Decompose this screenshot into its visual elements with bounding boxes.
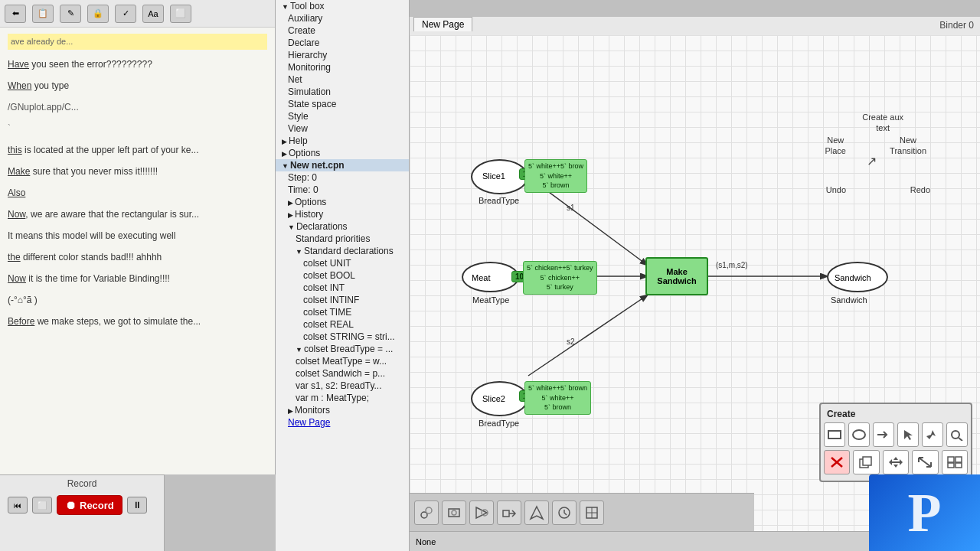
record-back-btn[interactable]: ⏮: [8, 497, 28, 514]
tree-item-create[interactable]: Create: [276, 24, 409, 37]
tree-item-monitoring[interactable]: Monitoring: [276, 61, 409, 73]
tree-item-statespace[interactable]: State space: [276, 98, 409, 110]
tree-item-time-col[interactable]: colset TIME: [276, 306, 409, 318]
tree-item-simulation[interactable]: Simulation: [276, 86, 409, 98]
toolbar-btn-3[interactable]: ✎: [60, 5, 81, 23]
logo-area: P: [869, 474, 980, 551]
record-square-btn[interactable]: ⬜: [32, 497, 52, 514]
bottom-icon-7[interactable]: [580, 500, 604, 525]
toolbar-btn-6[interactable]: Aa: [142, 5, 164, 23]
status-none: None: [416, 537, 436, 546]
tree-item-options[interactable]: ▶Options: [276, 147, 409, 159]
svg-rect-23: [956, 457, 962, 462]
toolbar-btn-7[interactable]: ⬜: [170, 5, 191, 23]
ct-ellipse-btn[interactable]: [848, 422, 870, 447]
cursor-arrow: ↗: [867, 154, 877, 168]
tree-item-stddeclarations[interactable]: ▼Standard declarations: [276, 245, 409, 257]
tree-item-breadtype[interactable]: ▼colset BreadType = ...: [276, 343, 409, 355]
tree-item-newnet[interactable]: ▼New net.cpn: [276, 159, 409, 171]
record-label: Record: [80, 500, 114, 511]
page-tab[interactable]: New Page: [413, 17, 472, 31]
ct-resize-btn[interactable]: [912, 450, 938, 474]
ct-arrow-right-btn[interactable]: [873, 422, 894, 447]
toolbar-btn-2[interactable]: 📋: [32, 5, 54, 23]
svg-line-17: [959, 438, 962, 441]
bottom-icon-6[interactable]: [552, 500, 577, 525]
toolbar-top: ⬅ 📋 ✎ 🔒 ✓ Aa ⬜: [0, 0, 275, 28]
tree-item-auxiliary[interactable]: Auxiliary: [276, 12, 409, 24]
note-3: When you type: [8, 79, 267, 93]
place-meat-label: Meat: [472, 273, 490, 282]
tree-item-time: Time: 0: [276, 184, 409, 196]
toolbar-btn-5[interactable]: ✓: [115, 5, 136, 23]
svg-line-2: [528, 295, 647, 376]
create-aux-text-btn[interactable]: Create auxtext: [862, 112, 903, 134]
tree-item-style[interactable]: Style: [276, 110, 409, 122]
bottom-icon-2[interactable]: [442, 500, 466, 525]
undo-btn[interactable]: Undo: [826, 185, 846, 194]
tree-item-step: Step: 0: [276, 171, 409, 184]
svg-rect-22: [948, 457, 954, 462]
toolbar-btn-1[interactable]: ⬅: [5, 5, 26, 23]
bottom-icon-4[interactable]: [497, 500, 521, 525]
record-controls: ⏮ ⬜ ⏺ Record ⏸: [0, 491, 164, 520]
bottom-toolbar: [410, 493, 754, 531]
ct-copy-btn[interactable]: [853, 450, 879, 474]
place-meat[interactable]: [462, 262, 519, 292]
arc-label-s2: s2: [567, 337, 575, 346]
note-12: Now it is the time for Variable Binding!…: [8, 272, 267, 285]
ct-magnify-btn[interactable]: [946, 422, 968, 447]
svg-point-7: [452, 510, 456, 515]
tree-item-view[interactable]: View: [276, 122, 409, 135]
tree-item-hierarchy[interactable]: Hierarchy: [276, 49, 409, 61]
record-bar: Record ⏮ ⬜ ⏺ Record ⏸: [0, 474, 165, 551]
record-dot-icon: ⏺: [65, 499, 76, 511]
create-toolbar-row-2: [824, 450, 968, 474]
tree-item-help[interactable]: ▶Help: [276, 135, 409, 147]
tree-item-monitors[interactable]: ▶Monitors: [276, 404, 409, 416]
note-14: Before we make steps, we got to simulate…: [8, 315, 267, 328]
tree-item-declare[interactable]: Declare: [276, 37, 409, 49]
tree-item-real[interactable]: colset REAL: [276, 318, 409, 331]
logo-p: P: [908, 481, 942, 545]
svg-rect-25: [956, 463, 962, 468]
tree-item-toolbox[interactable]: ▼Tool box: [276, 0, 409, 12]
note-10: It means this model will be executing we…: [8, 229, 267, 243]
redo-btn[interactable]: Redo: [910, 185, 930, 194]
binder-label: Binder 0: [939, 20, 974, 31]
tree-item-history[interactable]: ▶History: [276, 208, 409, 220]
tree-item-options2[interactable]: ▶Options: [276, 196, 409, 208]
tree-item-newpage[interactable]: New Page: [276, 416, 409, 429]
record-title: Record: [0, 475, 164, 491]
tree-item-int[interactable]: colset INT: [276, 282, 409, 294]
ct-cursor2-btn[interactable]: [922, 422, 943, 447]
ct-rect-btn[interactable]: [824, 422, 845, 447]
tree-item-intinf[interactable]: colset INTINF: [276, 294, 409, 306]
tree-item-declarations[interactable]: ▼Declarations: [276, 220, 409, 233]
ct-grid-btn[interactable]: [942, 450, 968, 474]
transition-make-sandwich[interactable]: MakeSandwich: [645, 257, 708, 295]
new-transition-btn[interactable]: NewTransition: [890, 135, 926, 157]
new-place-btn[interactable]: NewPlace: [825, 135, 846, 157]
tree-item-stdpriorities[interactable]: Standard priorities: [276, 233, 409, 245]
pause-button[interactable]: ⏸: [127, 497, 147, 514]
note-7: Make sure that you never miss it!!!!!!!: [8, 165, 267, 178]
tree-item-unit[interactable]: colset UNIT: [276, 257, 409, 269]
note-1: ave already de...: [8, 34, 267, 50]
tree-item-bool[interactable]: colset BOOL: [276, 269, 409, 282]
bottom-icon-1[interactable]: [414, 500, 439, 525]
bottom-icon-5[interactable]: [524, 500, 549, 525]
record-button[interactable]: ⏺ Record: [57, 495, 122, 515]
tree-item-string[interactable]: colset STRING = stri...: [276, 331, 409, 343]
svg-point-5: [426, 507, 432, 514]
tree-item-net[interactable]: Net: [276, 73, 409, 86]
tree-item-sandwich-col: colset Sandwich = p...: [276, 367, 409, 380]
ct-delete-btn[interactable]: [824, 450, 850, 474]
note-13: (-°⌂°ã ): [8, 293, 267, 307]
ct-move-btn[interactable]: [883, 450, 909, 474]
ct-cursor-btn[interactable]: [897, 422, 919, 447]
toolbar-btn-4[interactable]: 🔒: [87, 5, 109, 23]
create-toolbar-title: Create: [824, 407, 968, 422]
bottom-icon-3[interactable]: [469, 500, 494, 525]
slice2-token-text: 5` white++5` brown5` white++5` brown: [524, 381, 591, 415]
